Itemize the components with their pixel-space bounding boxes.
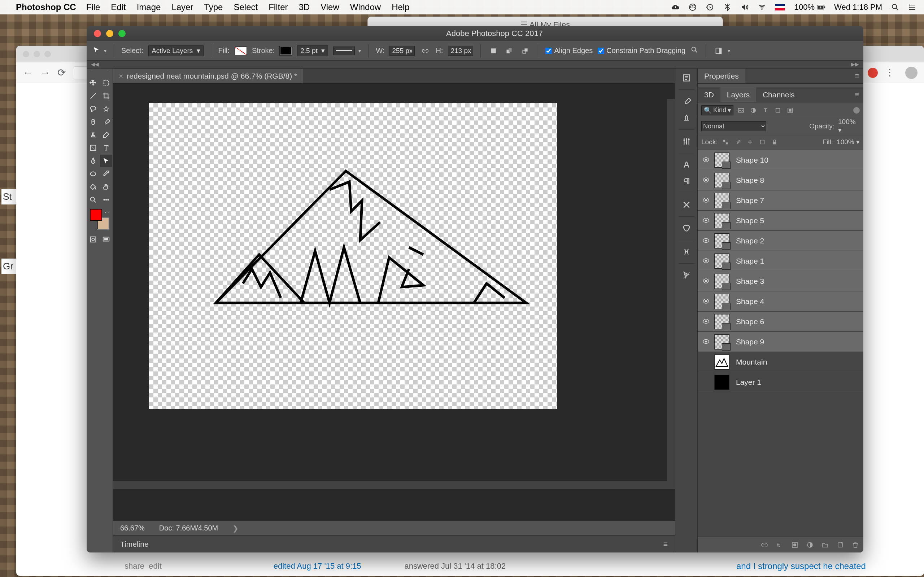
- eraser-tool[interactable]: [100, 129, 112, 141]
- layer-name[interactable]: Shape 4: [736, 297, 764, 306]
- spotlight-icon[interactable]: [891, 3, 900, 11]
- menu-select[interactable]: Select: [234, 2, 258, 12]
- layer-thumbnail[interactable]: [714, 213, 729, 228]
- window-zoom-button[interactable]: [118, 30, 126, 37]
- direct-select-tool[interactable]: [100, 155, 112, 167]
- screen-mode-icon[interactable]: [100, 233, 112, 246]
- wifi-icon[interactable]: [758, 3, 766, 11]
- new-layer-icon[interactable]: [837, 541, 844, 548]
- lock-all-icon[interactable]: [770, 138, 779, 147]
- glyphs-panel-icon[interactable]: [679, 245, 694, 259]
- stroke-swatch[interactable]: [280, 47, 292, 55]
- chrome-extension-icon[interactable]: [868, 68, 878, 78]
- crop-tool[interactable]: [100, 90, 112, 102]
- stroke-style-dropdown[interactable]: [333, 47, 355, 55]
- filter-shape-icon[interactable]: [773, 106, 782, 115]
- lock-artboard-icon[interactable]: [758, 138, 767, 147]
- status-menu-icon[interactable]: ❯: [233, 524, 239, 533]
- link-layers-icon[interactable]: [761, 541, 768, 548]
- layer-visibility-toggle[interactable]: [698, 196, 714, 205]
- window-close-button[interactable]: [94, 30, 101, 37]
- bluetooth-icon[interactable]: [723, 3, 732, 11]
- lasso-tool[interactable]: [87, 103, 99, 115]
- layer-thumbnail[interactable]: [714, 253, 729, 269]
- zoom-tool[interactable]: [87, 193, 99, 206]
- menu-edit[interactable]: Edit: [111, 2, 126, 12]
- foreground-color-swatch[interactable]: [90, 209, 102, 221]
- layer-name[interactable]: Shape 10: [736, 156, 769, 164]
- layer-row[interactable]: Shape 10: [698, 150, 863, 170]
- ellipse-tool[interactable]: [87, 168, 99, 180]
- layer-thumbnail[interactable]: [714, 375, 729, 390]
- character-panel-icon[interactable]: [679, 158, 694, 172]
- fill-opacity-input[interactable]: 100% ▾: [837, 138, 860, 146]
- brushes-panel-icon[interactable]: [679, 94, 694, 108]
- line-tool-icon[interactable]: [87, 90, 99, 102]
- select-mode-dropdown[interactable]: Active Layers ▾: [149, 45, 204, 56]
- eyedropper-tool[interactable]: [100, 168, 112, 180]
- layer-name[interactable]: Shape 6: [736, 318, 764, 326]
- related-link[interactable]: and I strongly suspect he cheated: [736, 560, 909, 572]
- quick-select-tool[interactable]: [100, 103, 112, 115]
- delete-layer-icon[interactable]: [852, 541, 859, 548]
- app-name[interactable]: Photoshop CC: [16, 2, 76, 12]
- fill-swatch[interactable]: [234, 47, 247, 55]
- layer-thumbnail[interactable]: [714, 233, 729, 248]
- layer-thumbnail[interactable]: [714, 314, 729, 329]
- layer-thumbnail[interactable]: [714, 193, 729, 208]
- layer-name[interactable]: Shape 5: [736, 216, 764, 225]
- window-minimize-button[interactable]: [106, 30, 113, 37]
- type-tool[interactable]: [100, 142, 112, 154]
- menu-view[interactable]: View: [320, 2, 339, 12]
- adjustments-panel-icon[interactable]: [679, 134, 694, 148]
- menu-type[interactable]: Type: [204, 2, 223, 12]
- height-input[interactable]: [448, 46, 473, 56]
- menu-help[interactable]: Help: [392, 2, 409, 12]
- layer-row[interactable]: Shape 6: [698, 311, 863, 332]
- chrome-reload-button[interactable]: ⟳: [57, 67, 66, 79]
- filter-pixel-icon[interactable]: [736, 106, 746, 115]
- layer-name[interactable]: Shape 3: [736, 277, 764, 285]
- brush-tool[interactable]: [100, 116, 112, 128]
- filter-kind-dropdown[interactable]: 🔍 Kind ▾: [701, 105, 733, 115]
- layer-row[interactable]: Layer 1: [698, 372, 863, 392]
- constrain-path-checkbox[interactable]: Constrain Path Dragging: [598, 47, 685, 55]
- document-tab[interactable]: × redesigned neat mountain.psd @ 66.7% (…: [113, 69, 303, 83]
- lock-image-icon[interactable]: [733, 138, 742, 147]
- align-edges-checkbox[interactable]: Align Edges: [545, 47, 593, 55]
- layer-thumbnail[interactable]: [714, 153, 729, 168]
- layer-visibility-toggle[interactable]: [698, 318, 714, 326]
- layer-visibility-toggle[interactable]: [698, 176, 714, 184]
- path-arrange-icon[interactable]: [504, 45, 515, 56]
- battery-status[interactable]: 100%: [795, 3, 825, 12]
- share-link[interactable]: share edit: [124, 560, 162, 572]
- filter-smart-icon[interactable]: [785, 106, 795, 115]
- layer-name[interactable]: Shape 7: [736, 196, 764, 205]
- tool-preset-dropdown[interactable]: ▾: [104, 48, 107, 54]
- menu-layer[interactable]: Layer: [171, 2, 193, 12]
- current-tool-icon[interactable]: [92, 46, 100, 56]
- clone-stamp-tool[interactable]: [87, 129, 99, 141]
- horizontal-scrollbar[interactable]: [113, 481, 667, 489]
- lock-transparency-icon[interactable]: [721, 138, 730, 147]
- layer-row[interactable]: Shape 2: [698, 231, 863, 251]
- blend-mode-dropdown[interactable]: Normal: [701, 121, 766, 131]
- layer-thumbnail[interactable]: [714, 294, 729, 309]
- quick-mask-icon[interactable]: [87, 233, 99, 246]
- edit-toolbar-icon[interactable]: [100, 193, 112, 206]
- layer-visibility-toggle[interactable]: [698, 257, 714, 265]
- layer-visibility-toggle[interactable]: [698, 338, 714, 346]
- volume-icon[interactable]: [740, 3, 749, 11]
- properties-menu-icon[interactable]: ≡: [855, 72, 859, 80]
- channels-tab[interactable]: Channels: [756, 87, 801, 102]
- menu-file[interactable]: File: [86, 2, 100, 12]
- chrome-back-button[interactable]: ←: [23, 67, 33, 79]
- time-machine-icon[interactable]: [706, 3, 714, 11]
- layer-row[interactable]: Shape 5: [698, 211, 863, 231]
- layer-visibility-toggle[interactable]: [698, 237, 714, 245]
- add-mask-icon[interactable]: [791, 541, 798, 548]
- workspace-switcher-icon[interactable]: [713, 45, 724, 56]
- link-dimensions-icon[interactable]: [420, 45, 431, 56]
- properties-tab[interactable]: Properties: [698, 69, 745, 83]
- layer-name[interactable]: Shape 1: [736, 257, 764, 266]
